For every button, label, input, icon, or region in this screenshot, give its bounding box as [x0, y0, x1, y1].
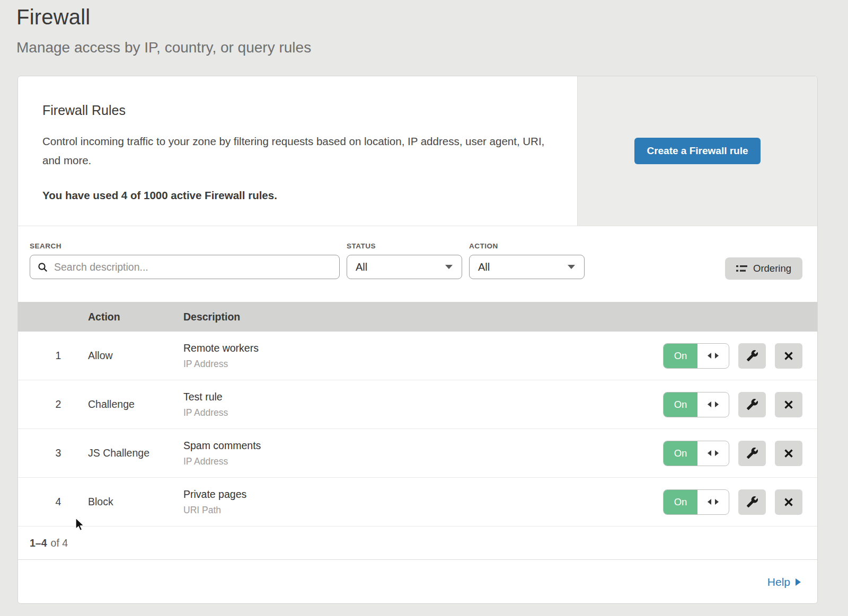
close-icon: [783, 448, 794, 459]
arrow-right-icon: [795, 578, 801, 586]
rule-description-cell: Remote workers IP Address: [183, 342, 663, 370]
rule-priority: 1: [18, 350, 88, 362]
rule-description: Test rule: [183, 391, 663, 403]
rule-match-type: IP Address: [183, 456, 663, 467]
rule-enabled-toggle[interactable]: On: [663, 441, 729, 466]
search-box: [30, 255, 340, 279]
wrench-icon: [746, 496, 758, 508]
rule-controls: On: [663, 489, 817, 515]
search-label: SEARCH: [30, 242, 340, 250]
rule-controls: On: [663, 343, 817, 369]
close-icon: [783, 351, 794, 361]
edit-rule-button[interactable]: [738, 441, 766, 466]
search-input[interactable]: [53, 261, 332, 274]
toggle-on-label: On: [664, 441, 697, 466]
toggle-on-label: On: [664, 490, 697, 514]
table-row: 1 Allow Remote workers IP Address On: [18, 332, 817, 380]
status-filter-group: STATUS All: [347, 242, 462, 279]
table-row: 2 Challenge Test rule IP Address On: [18, 380, 817, 429]
help-strip: Help: [18, 560, 817, 604]
create-firewall-rule-button[interactable]: Create a Firewall rule: [634, 138, 760, 164]
rule-description-cell: Spam comments IP Address: [183, 440, 663, 467]
action-column-header: Action: [88, 311, 183, 323]
toggle-handle: [697, 344, 729, 368]
rule-controls: On: [663, 441, 817, 466]
filter-bar: SEARCH STATUS All ACTION All: [18, 226, 817, 302]
pagination-range: 1–4: [30, 537, 47, 549]
close-icon: [783, 399, 794, 410]
rule-enabled-toggle[interactable]: On: [663, 392, 729, 417]
ordering-button[interactable]: Ordering: [725, 257, 802, 280]
overview-heading: Firewall Rules: [42, 103, 556, 118]
rule-enabled-toggle[interactable]: On: [663, 343, 729, 369]
rule-match-type: IP Address: [183, 359, 663, 370]
table-header: Action Description: [18, 302, 817, 332]
table-row: 4 Block Private pages URI Path On: [18, 478, 817, 526]
search-icon: [38, 262, 48, 272]
rule-description-cell: Private pages URI Path: [183, 488, 663, 516]
wrench-icon: [746, 350, 758, 362]
rule-priority: 4: [18, 496, 88, 508]
close-icon: [783, 497, 794, 507]
overview-text-panel: Firewall Rules Control incoming traffic …: [18, 76, 577, 226]
delete-rule-button[interactable]: [775, 489, 802, 515]
delete-rule-button[interactable]: [775, 441, 802, 466]
toggle-arrows-icon: [707, 352, 719, 359]
description-column-header: Description: [183, 311, 663, 323]
search-filter-group: SEARCH: [30, 242, 340, 279]
wrench-icon: [746, 398, 758, 410]
rule-match-type: URI Path: [183, 505, 663, 516]
rule-controls: On: [663, 392, 817, 417]
delete-rule-button[interactable]: [775, 392, 802, 417]
help-link[interactable]: Help: [767, 576, 801, 588]
pagination-footer: 1–4 of 4: [18, 526, 817, 560]
delete-rule-button[interactable]: [775, 343, 802, 369]
action-select[interactable]: All: [469, 255, 585, 279]
create-rule-panel: Create a Firewall rule: [577, 76, 817, 226]
status-select-value: All: [356, 261, 367, 273]
rule-action: JS Challenge: [88, 447, 183, 459]
toggle-on-label: On: [664, 344, 697, 368]
chevron-down-icon: [567, 264, 576, 270]
page-title: Firewall: [16, 5, 848, 29]
rule-enabled-toggle[interactable]: On: [663, 489, 729, 515]
page-header: Firewall Manage access by IP, country, o…: [0, 0, 848, 56]
edit-rule-button[interactable]: [738, 392, 766, 417]
toggle-arrows-icon: [707, 450, 719, 457]
status-select[interactable]: All: [347, 255, 462, 279]
table-row: 3 JS Challenge Spam comments IP Address …: [18, 429, 817, 478]
page-subtitle: Manage access by IP, country, or query r…: [16, 39, 848, 56]
action-label: ACTION: [469, 242, 585, 250]
rule-description: Spam comments: [183, 440, 663, 452]
action-select-value: All: [478, 261, 490, 273]
chevron-down-icon: [445, 264, 453, 270]
toggle-handle: [697, 441, 729, 466]
rule-action: Block: [88, 496, 183, 508]
rule-priority: 3: [18, 447, 88, 459]
rules-table-body: 1 Allow Remote workers IP Address On: [18, 332, 817, 526]
toggle-handle: [697, 392, 729, 417]
status-label: STATUS: [347, 242, 462, 250]
toggle-handle: [697, 490, 729, 514]
rule-action: Challenge: [88, 398, 183, 410]
toggle-arrows-icon: [707, 498, 719, 505]
pagination-total: of 4: [51, 537, 68, 549]
list-ordering-icon: [736, 264, 747, 273]
help-link-label: Help: [767, 576, 790, 588]
rule-priority: 2: [18, 398, 88, 410]
rule-description: Remote workers: [183, 342, 663, 354]
edit-rule-button[interactable]: [738, 343, 766, 369]
usage-summary: You have used 4 of 1000 active Firewall …: [42, 189, 556, 202]
rule-description-cell: Test rule IP Address: [183, 391, 663, 418]
overview-section: Firewall Rules Control incoming traffic …: [18, 76, 817, 226]
toggle-arrows-icon: [707, 401, 719, 408]
firewall-rules-card: Firewall Rules Control incoming traffic …: [17, 76, 818, 604]
ordering-button-label: Ordering: [753, 263, 791, 274]
edit-rule-button[interactable]: [738, 489, 766, 515]
rule-description: Private pages: [183, 488, 663, 501]
toggle-on-label: On: [664, 392, 697, 417]
wrench-icon: [746, 447, 758, 459]
rule-action: Allow: [88, 350, 183, 362]
action-filter-group: ACTION All: [469, 242, 585, 279]
overview-description: Control incoming traffic to your zone by…: [42, 132, 546, 170]
